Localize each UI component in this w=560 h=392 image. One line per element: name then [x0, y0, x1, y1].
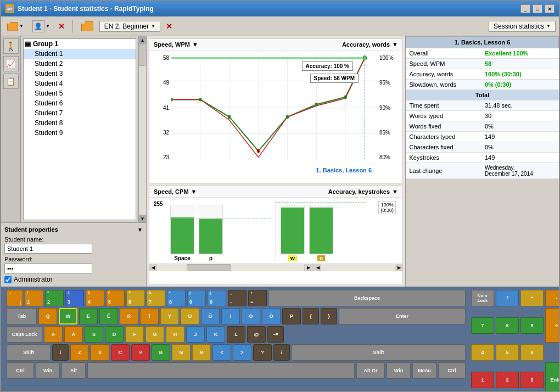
students-icon[interactable]: 🚶: [3, 38, 19, 54]
key-num-plus[interactable]: +: [545, 308, 559, 343]
key-num-star[interactable]: *: [520, 290, 544, 306]
key-a[interactable]: A: [44, 326, 63, 343]
key-b[interactable]: B: [152, 344, 170, 361]
student-button[interactable]: 👤 ▼: [30, 19, 53, 34]
key-v[interactable]: V: [131, 344, 150, 361]
key-num-1[interactable]: 1: [471, 372, 494, 388]
key-p[interactable]: P: [282, 308, 301, 324]
key-num-minus[interactable]: -: [545, 290, 559, 306]
key-o-umlaut[interactable]: Ö: [262, 308, 281, 324]
key-num-2[interactable]: 2: [496, 372, 519, 388]
name-input[interactable]: [4, 244, 92, 254]
password-input[interactable]: [4, 264, 92, 273]
lesson-selector[interactable]: EN 2. Beginner ▼: [99, 21, 160, 32]
key-3[interactable]: £3: [65, 290, 84, 306]
key-i[interactable]: I: [221, 308, 240, 324]
key-x[interactable]: X: [91, 344, 109, 361]
key-z[interactable]: Z: [70, 344, 89, 361]
key-n[interactable]: N: [172, 344, 191, 361]
lesson-close-button[interactable]: ✕: [164, 21, 175, 32]
key-num-8[interactable]: 8: [496, 317, 519, 334]
key-semicolon[interactable]: @: [247, 326, 266, 343]
key-num-6[interactable]: 6: [520, 344, 544, 361]
tree-student-3[interactable]: Student 3: [24, 69, 136, 79]
key-e-umlaut[interactable]: Ë: [99, 308, 118, 324]
key-ctrl-left[interactable]: Ctrl: [7, 362, 34, 379]
key-slash2[interactable]: /: [273, 344, 290, 361]
key-w[interactable]: W: [59, 308, 77, 324]
accuracy-keystrokes-selector[interactable]: Accuracy, keystrokes ▼: [328, 188, 398, 195]
key-slash[interactable]: ?: [253, 344, 272, 361]
tree-student-5[interactable]: Student 5: [24, 88, 136, 98]
files-icon[interactable]: 📋: [3, 74, 19, 89]
chart-icon[interactable]: 📈: [3, 56, 19, 71]
key-2[interactable]: "2: [45, 290, 64, 306]
key-h[interactable]: H: [166, 326, 184, 343]
scroll-left-btn[interactable]: ◀: [149, 264, 157, 271]
scroll-down-btn[interactable]: ▼: [139, 215, 146, 222]
tree-student-2[interactable]: Student 2: [24, 59, 136, 69]
key-l[interactable]: L: [227, 326, 245, 343]
lesson-folder-button[interactable]: [79, 20, 96, 33]
key-equals[interactable]: +=: [248, 290, 267, 306]
key-hash[interactable]: ~#: [267, 326, 284, 343]
key-1[interactable]: !1: [25, 290, 43, 306]
key-m[interactable]: M: [192, 344, 211, 361]
key-r[interactable]: R: [120, 308, 138, 324]
tree-student-1[interactable]: Student 1: [24, 49, 136, 59]
tree-student-8[interactable]: Student 8: [24, 118, 136, 128]
scroll-up-btn[interactable]: ▲: [139, 36, 146, 44]
key-ctrl-right[interactable]: Ctrl: [438, 362, 466, 379]
key-win-left[interactable]: Win: [36, 362, 60, 379]
tree-student-4[interactable]: Student 4: [24, 79, 136, 88]
key-6[interactable]: ^6: [126, 290, 145, 306]
key-backslash[interactable]: \: [52, 344, 69, 361]
tree-scrollbar[interactable]: ▲ ▼: [138, 36, 146, 222]
key-5[interactable]: €5: [106, 290, 125, 306]
scroll-thumb-h[interactable]: [187, 264, 231, 271]
key-c[interactable]: C: [111, 344, 130, 361]
key-alt-left[interactable]: Alt: [61, 362, 86, 379]
key-shift-right[interactable]: Shift: [292, 344, 466, 361]
key-s[interactable]: S: [85, 326, 103, 343]
key-q[interactable]: Q: [38, 308, 57, 324]
key-u-umlaut[interactable]: Ü: [201, 308, 220, 324]
key-num-slash[interactable]: /: [496, 290, 519, 306]
add-student-button[interactable]: ▼: [4, 20, 26, 32]
minimize-button[interactable]: _: [520, 4, 530, 13]
key-7[interactable]: &7: [147, 290, 165, 306]
key-9[interactable]: (9: [187, 290, 206, 306]
scroll-thumb[interactable]: [139, 44, 145, 66]
key-k[interactable]: K: [206, 326, 225, 343]
key-a-umlaut[interactable]: Ä: [64, 326, 83, 343]
key-comma[interactable]: <: [212, 344, 231, 361]
key-d[interactable]: D: [105, 326, 124, 343]
close-button[interactable]: ✕: [545, 4, 555, 13]
key-num-9[interactable]: 9: [520, 317, 544, 334]
speed-cpm-selector[interactable]: Speed, CPM ▼: [154, 188, 197, 195]
key-4[interactable]: $4: [86, 290, 104, 306]
key-u[interactable]: U: [181, 308, 199, 324]
key-o[interactable]: O: [242, 308, 260, 324]
key-g[interactable]: G: [145, 326, 164, 343]
scroll-right2-btn[interactable]: ◀: [313, 264, 321, 271]
accuracy-words-selector[interactable]: Accuracy, words ▼: [342, 41, 398, 48]
key-period[interactable]: >: [233, 344, 251, 361]
key-win-right[interactable]: Win: [387, 362, 411, 379]
key-t[interactable]: T: [140, 308, 159, 324]
key-8[interactable]: *8: [167, 290, 186, 306]
key-shift-left[interactable]: Shift: [7, 344, 51, 361]
speed-wpm-selector[interactable]: Speed, WPM ▼: [154, 41, 198, 48]
key-space[interactable]: [87, 362, 355, 379]
key-num-7[interactable]: 7: [471, 317, 494, 334]
key-f[interactable]: F: [125, 326, 144, 343]
key-bracket-r[interactable]: }: [321, 308, 337, 324]
key-caps-lock[interactable]: Caps Lock: [7, 326, 42, 343]
tree-student-7[interactable]: Student 7: [24, 108, 136, 118]
key-num-enter[interactable]: Enter: [545, 362, 559, 391]
bottom-chart-scrollbar[interactable]: ◀ ▶ ◀ ▶: [149, 264, 402, 271]
key-tab[interactable]: Tab: [7, 308, 37, 324]
key-0[interactable]: )0: [208, 290, 226, 306]
session-stats-selector[interactable]: Session statistics ▼: [489, 21, 556, 32]
admin-checkbox[interactable]: [4, 276, 12, 283]
